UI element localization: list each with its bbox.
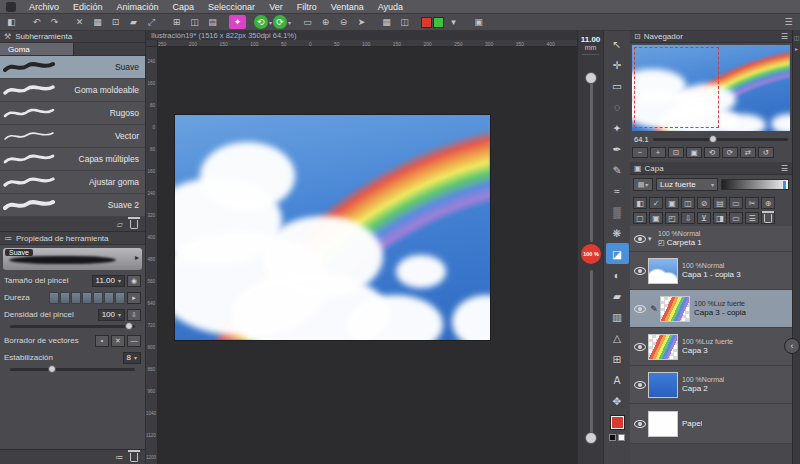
layer-row-capa-3-copia[interactable]: ✎ 100 %Luz fuerte Capa 3 - copia (630, 290, 792, 328)
fill-icon[interactable]: ▰ (125, 15, 142, 29)
panels-toggle-icon[interactable]: ◧ (3, 15, 20, 29)
menu-edicion[interactable]: Edición (66, 0, 110, 14)
subtool-panel-header[interactable]: ⚒ Subherramienta (0, 30, 145, 43)
main-menu-icon[interactable]: ☰ (780, 15, 797, 29)
stabilization-slider-handle[interactable] (48, 365, 56, 373)
stabilization-input[interactable]: 8▾ (123, 352, 141, 364)
fill-tool[interactable]: ▰ (606, 285, 629, 306)
erase-whole-line-icon[interactable]: — (127, 335, 141, 347)
snap-special-icon[interactable]: ▤ (204, 15, 221, 29)
delete-setting-icon[interactable] (130, 453, 138, 462)
text-tool[interactable]: A (606, 369, 629, 390)
pixel-grid-icon[interactable]: ▦ (378, 15, 395, 29)
create-mask-icon[interactable]: ◨ (713, 212, 727, 224)
ruler-layer-icon[interactable]: ✂ (745, 197, 759, 209)
thumbnail-toggle-icon[interactable]: ◧ (633, 197, 647, 209)
select-launcher-icon[interactable]: ➤ (353, 15, 370, 29)
figure-tool[interactable]: △ (606, 327, 629, 348)
rotate-cw-icon[interactable]: ⟳ (273, 15, 287, 29)
new-raster-layer-icon[interactable]: ▢ (633, 212, 647, 224)
navigator-zoom-slider[interactable] (653, 138, 788, 141)
fit-to-screen-icon[interactable]: ⊡ (668, 147, 684, 158)
layer-row-papel[interactable]: Papel (630, 404, 792, 444)
subtool-item-goma-moldeable[interactable]: Goma moldeable (0, 79, 145, 102)
reset-view-icon[interactable]: ↺ (758, 147, 774, 158)
brush-size-input[interactable]: 11.00▾ (92, 275, 125, 287)
grid-icon[interactable]: ⊞ (168, 15, 185, 29)
delete-subtool-icon[interactable] (130, 220, 138, 229)
navigator-header[interactable]: ⊡ Navegador ☰ (630, 30, 792, 43)
clip-below-icon[interactable]: ◫ (681, 197, 695, 209)
undo-icon[interactable]: ↶ (28, 15, 45, 29)
wand-tool[interactable]: ✦ (606, 117, 629, 138)
deselect-icon[interactable]: ▦ (89, 15, 106, 29)
subtool-item-ajustar-goma[interactable]: Ajustar goma (0, 171, 145, 194)
layer-row-carpeta-1[interactable]: ▾ 100 %Normal ◰Carpeta 1 (630, 226, 792, 252)
flip-horizontal-icon[interactable]: ⇄ (740, 147, 756, 158)
transfer-down-icon[interactable]: ⇩ (681, 212, 695, 224)
layer-panel-menu-icon[interactable]: ☰ (781, 164, 788, 173)
menu-ventana[interactable]: Ventana (324, 0, 371, 14)
redo-icon[interactable]: ↷ (46, 15, 63, 29)
draft-layer-icon[interactable]: ▤ (713, 197, 727, 209)
visibility-toggle[interactable] (632, 235, 648, 243)
pen-tool[interactable]: ✒ (606, 138, 629, 159)
panel-collapse-button[interactable]: ‹ (784, 338, 800, 354)
hardness-expand-button[interactable]: ▸ (127, 292, 141, 304)
density-slider[interactable] (10, 325, 135, 328)
materials-icon[interactable]: ▣ (470, 15, 487, 29)
subtool-item-vector[interactable]: Vector (0, 125, 145, 148)
foreground-color-swatch[interactable] (611, 416, 624, 429)
effect-icon[interactable]: ⊕ (761, 197, 775, 209)
rotate-ccw-caret-icon[interactable]: ▾ (269, 19, 272, 26)
subtool-item-suave-2[interactable]: Suave 2 (0, 194, 145, 217)
folder-caret-icon[interactable]: ▾ (648, 235, 658, 243)
brush-size-dynamics-button[interactable]: ◉ (127, 275, 141, 287)
hand-tool[interactable]: ✥ (606, 390, 629, 411)
black-swatch[interactable] (609, 434, 616, 441)
clip-studio-icon[interactable]: ✦ (229, 15, 246, 29)
decoration-tool[interactable]: ❋ (606, 222, 629, 243)
erase-to-intersection-icon[interactable]: ✕ (111, 335, 125, 347)
layer-thumbnail[interactable] (648, 258, 678, 284)
eraser-tool[interactable]: ◪ (606, 243, 629, 264)
density-slider-handle[interactable] (125, 322, 133, 330)
blend-tool[interactable]: ◐ (606, 264, 629, 285)
canvas-image[interactable] (175, 115, 490, 340)
rotate-cw-caret-icon[interactable]: ▾ (288, 19, 291, 26)
visibility-toggle[interactable] (632, 305, 648, 313)
new-folder-icon[interactable]: ◰ (665, 212, 679, 224)
merge-down-icon[interactable]: ⊻ (697, 212, 711, 224)
navigator-zoom-handle[interactable] (709, 135, 717, 143)
layer-menu-icon[interactable]: ☰ (745, 212, 759, 224)
menu-ayuda[interactable]: Ayuda (371, 0, 410, 14)
reference-layer-icon[interactable]: ⊘ (697, 197, 711, 209)
pencil-tool[interactable]: ✎ (606, 159, 629, 180)
layer-thumbnail[interactable] (648, 334, 678, 360)
stabilization-slider[interactable] (10, 368, 135, 371)
zoom-in-icon[interactable]: + (650, 147, 666, 158)
lasso-tool[interactable]: ◌ (606, 96, 629, 117)
subtool-item-capas-multiples[interactable]: Capas múltiples (0, 148, 145, 171)
navigator-thumbnail[interactable] (632, 45, 790, 131)
airbrush-tool[interactable]: ▒ (606, 201, 629, 222)
density-input[interactable]: 100▾ (98, 309, 125, 321)
actual-size-icon[interactable]: ▣ (686, 147, 702, 158)
mask-toggle-icon[interactable]: ▭ (729, 197, 743, 209)
transform-icon[interactable]: ⤢ (143, 15, 160, 29)
select-subtract-icon[interactable]: ⊖ (335, 15, 352, 29)
select-rect-icon[interactable]: ▭ (299, 15, 316, 29)
brush-tool[interactable]: ≈ (606, 180, 629, 201)
menu-capa[interactable]: Capa (166, 0, 202, 14)
color-caret-icon[interactable]: ▾ (445, 15, 462, 29)
side-tab-icon[interactable]: ▸ (793, 45, 800, 52)
lock-layer-icon[interactable]: ✓ (649, 197, 663, 209)
layer-opacity-slider[interactable] (721, 179, 789, 190)
layer-row-capa-2[interactable]: 100 %Normal Capa 2 (630, 366, 792, 404)
zoom-out-icon[interactable]: − (632, 147, 648, 158)
tool-property-header[interactable]: ≔ Propiedad de herramienta (0, 232, 145, 245)
blend-mode-select[interactable]: Luz fuerte▾ (656, 178, 718, 191)
visibility-toggle[interactable] (632, 420, 648, 428)
marquee-tool[interactable]: ▭ (606, 75, 629, 96)
menu-filtro[interactable]: Filtro (290, 0, 324, 14)
